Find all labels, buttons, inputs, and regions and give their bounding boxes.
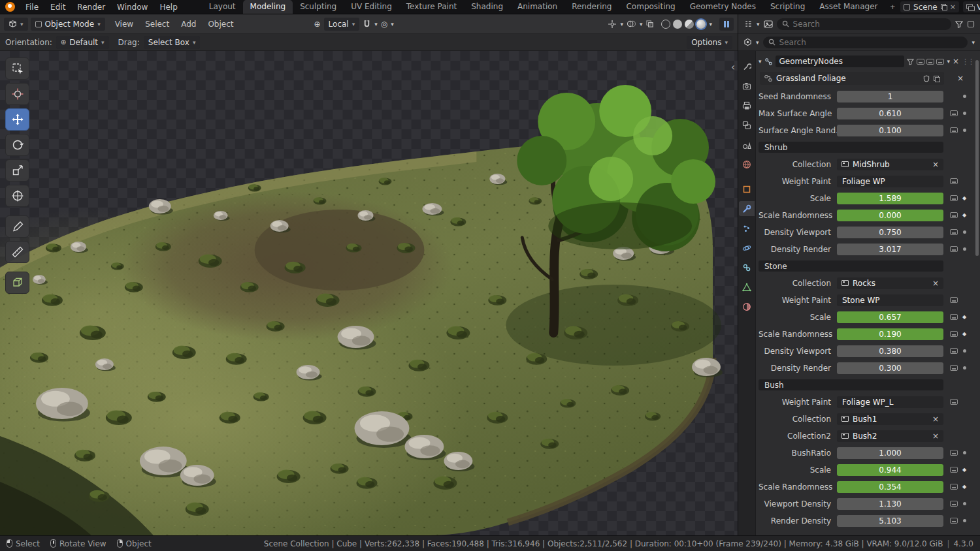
shading-rendered-icon[interactable] — [696, 20, 706, 29]
field-scale-randomness[interactable]: 0.354 — [837, 481, 943, 493]
animate-decorator-icon[interactable] — [963, 349, 966, 353]
field-render-density[interactable]: 5.103 — [837, 515, 943, 527]
properties-tab-particles[interactable] — [739, 221, 755, 236]
display-realtime-icon[interactable] — [926, 59, 934, 65]
properties-tab-view-layer[interactable] — [739, 118, 755, 133]
gizmo-caret-icon[interactable]: ▾ — [620, 21, 623, 27]
properties-tab-constraints[interactable] — [739, 260, 755, 275]
animate-decorator-icon[interactable] — [963, 247, 966, 251]
properties-tab-render[interactable] — [739, 78, 755, 93]
animate-decorator-icon[interactable] — [963, 519, 966, 522]
modifier-filter-icon[interactable] — [907, 58, 914, 65]
snap-magnet-icon[interactable] — [363, 20, 371, 28]
select-box-tool[interactable] — [5, 57, 29, 80]
menu-edit[interactable]: Edit — [44, 0, 71, 14]
properties-tab-physics[interactable] — [739, 240, 755, 255]
editor-type-button[interactable]: ▾ — [4, 18, 28, 31]
field-viewport-density[interactable]: 1.130 — [837, 498, 943, 510]
properties-tab-scene[interactable] — [739, 137, 755, 152]
display-override-icon[interactable] — [950, 195, 958, 201]
properties-tab-object[interactable] — [739, 181, 755, 197]
add-cube-tool[interactable] — [5, 272, 29, 294]
tab-uv-editing[interactable]: UV Editing — [344, 0, 399, 14]
node-group-selector[interactable]: Grassland Foliage — [760, 72, 944, 85]
properties-tab-material[interactable] — [739, 299, 755, 314]
menu-help[interactable]: Help — [154, 0, 183, 14]
collection-unlink-icon[interactable]: × — [932, 160, 939, 169]
tab-geometry-nodes[interactable]: Geometry Nodes — [683, 0, 763, 14]
pause-button[interactable] — [719, 18, 734, 31]
display-override-icon[interactable] — [950, 348, 958, 354]
options-dropdown[interactable]: Options ▾ — [687, 36, 732, 49]
field-weight-paint[interactable]: Foliage WP_L — [837, 396, 943, 408]
field-seed-randomness[interactable]: 1 — [837, 91, 943, 102]
viewport-menu-view[interactable]: View — [109, 14, 139, 33]
keyframe-decorator-icon[interactable]: ◆ — [962, 315, 966, 320]
modifier-drag-handle-icon[interactable]: ⋮⋮ — [962, 57, 973, 66]
tab-compositing[interactable]: Compositing — [619, 0, 682, 14]
viewport-menu-object[interactable]: Object — [202, 14, 239, 33]
keyframe-decorator-icon[interactable]: ◆ — [962, 213, 966, 218]
scale-tool[interactable] — [5, 159, 29, 181]
display-override-icon[interactable] — [950, 399, 958, 405]
field-density-render[interactable]: 0.300 — [837, 362, 943, 374]
transform-orientation-dropdown[interactable]: Local ▾ — [324, 18, 360, 31]
menu-render[interactable]: Render — [71, 0, 111, 14]
properties-tab-tool[interactable] — [739, 59, 755, 74]
shading-material-icon[interactable] — [685, 20, 694, 29]
tab-texture-paint[interactable]: Texture Paint — [399, 0, 464, 14]
keyframe-decorator-icon[interactable]: ◆ — [962, 484, 966, 490]
field-weight-paint[interactable]: Foliage WP — [837, 176, 943, 187]
properties-search-input[interactable] — [779, 38, 963, 47]
properties-tab-output[interactable] — [739, 98, 755, 113]
collection-unlink-icon[interactable]: × — [932, 415, 939, 424]
field-max-surface-angle[interactable]: 0.610 — [837, 108, 943, 119]
field-density-viewport[interactable]: 0.380 — [837, 345, 943, 357]
display-override-icon[interactable] — [950, 110, 958, 116]
animate-decorator-icon[interactable] — [963, 112, 966, 115]
properties-tab-modifiers[interactable] — [739, 201, 755, 216]
display-override-icon[interactable] — [950, 314, 958, 320]
modifier-panel-header[interactable]: ▾ GeometryNodes — [759, 54, 973, 69]
tab-shading[interactable]: Shading — [464, 0, 510, 14]
proportional-caret-icon[interactable]: ▾ — [391, 21, 394, 27]
menu-window[interactable]: Window — [111, 0, 154, 14]
field-density-viewport[interactable]: 0.750 — [837, 227, 943, 238]
field-surface-angle-rand[interactable]: 0.100 — [837, 125, 943, 136]
tab-sculpting[interactable]: Sculpting — [293, 0, 344, 14]
display-override-icon[interactable] — [950, 127, 958, 133]
snap-caret-icon[interactable]: ▾ — [374, 21, 378, 27]
outliner-options-icon[interactable] — [967, 20, 975, 28]
scene-copy-icon[interactable] — [941, 4, 947, 10]
display-override-icon[interactable] — [950, 178, 958, 184]
keyframe-decorator-icon[interactable]: ◆ — [962, 467, 966, 473]
display-editmode-icon[interactable] — [917, 59, 924, 65]
field-scale[interactable]: 0.657 — [837, 311, 943, 323]
add-workspace-button[interactable]: + — [885, 0, 901, 14]
modifier-name-field[interactable]: GeometryNodes — [776, 55, 905, 67]
display-override-icon[interactable] — [950, 229, 958, 235]
display-override-icon[interactable] — [950, 501, 958, 507]
node-group-unlink-icon[interactable]: × — [947, 74, 973, 83]
tab-asset-manager[interactable]: Asset Manager — [812, 0, 885, 14]
transform-pivot-icon[interactable]: ⊕ — [314, 20, 321, 29]
field-scale-randomness[interactable]: 0.190 — [837, 328, 943, 340]
field-collection[interactable]: Rocks× — [837, 277, 943, 289]
field-scale[interactable]: 0.944 — [837, 464, 943, 476]
shading-caret-icon[interactable]: ▾ — [709, 21, 712, 27]
filter-funnel-icon[interactable] — [955, 20, 963, 28]
scene-selector[interactable]: Scene × — [900, 1, 959, 12]
field-density-render[interactable]: 3.017 — [837, 244, 943, 255]
field-bushratio[interactable]: 1.000 — [837, 447, 943, 459]
tab-scripting[interactable]: Scripting — [763, 0, 812, 14]
mode-dropdown[interactable]: Object Mode ▾ — [31, 18, 105, 31]
outliner-editor-caret-icon[interactable]: ▾ — [757, 21, 760, 27]
viewport-menu-select[interactable]: Select — [139, 14, 175, 33]
display-override-icon[interactable] — [950, 246, 958, 252]
viewport-menu-add[interactable]: Add — [175, 14, 202, 33]
field-collection2[interactable]: Bush2× — [837, 430, 943, 442]
transform-tool[interactable] — [5, 185, 29, 207]
xray-toggle-icon[interactable] — [645, 20, 654, 28]
outliner-search-input[interactable] — [793, 20, 946, 29]
animate-decorator-icon[interactable] — [963, 366, 966, 370]
